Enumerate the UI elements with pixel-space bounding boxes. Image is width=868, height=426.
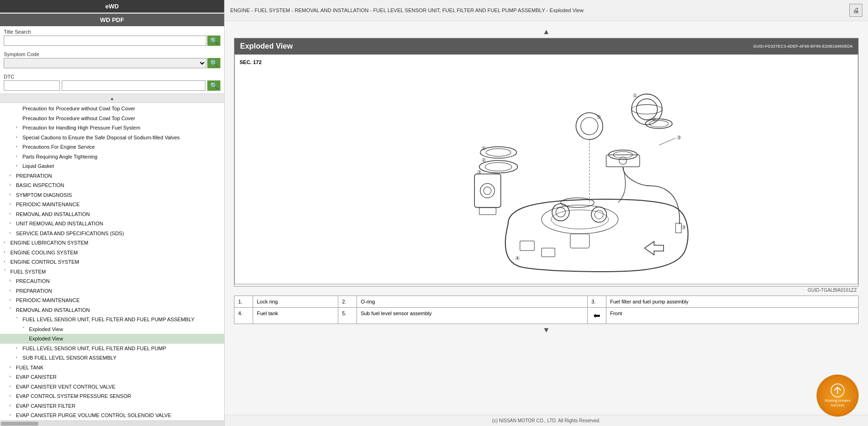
tree-item-t14[interactable]: ›SERVICE DATA AND SPECIFICATIONS (SDS): [0, 229, 224, 238]
tree-item-label: Precaution for Handling High Pressure Fu…: [22, 124, 222, 132]
tree-item-t27[interactable]: ›SUB FUEL LEVEL SENSOR ASSEMBLY: [0, 353, 224, 363]
part-num-4: 4.: [234, 308, 253, 324]
tree-arrow: ›: [9, 297, 16, 303]
collapse-bar[interactable]: ▲: [0, 94, 224, 103]
tree-item-label: Parts Requiring Angle Tightening: [22, 153, 222, 161]
svg-text:③: ③: [477, 169, 481, 175]
symptom-search-button[interactable]: 🔍: [207, 58, 220, 68]
tree-arrow: ›: [9, 230, 16, 237]
part-name-5: Sub fuel level sensor assembly: [357, 308, 587, 324]
tree-item-label: SYMPTOM DIAGNOSIS: [16, 191, 222, 199]
down-icon: ▼: [543, 326, 550, 334]
nav-down-button[interactable]: ▼: [234, 324, 859, 336]
tree-arrow: ›: [4, 239, 10, 246]
tree-arrow: ›: [16, 163, 22, 169]
tree-container: Precaution for Procedure without Cowl To…: [0, 103, 224, 420]
title-search-button[interactable]: 🔍: [207, 36, 220, 46]
dtc-search-button[interactable]: 🔍: [207, 80, 220, 91]
tree-item-label: FUEL LEVEL SENSOR UNIT, FUEL FILTER AND …: [22, 316, 222, 324]
tree-item-t11[interactable]: ›PERIODIC MAINTENANCE: [0, 200, 224, 209]
tree-item-t22[interactable]: ˅REMOVAL AND INSTALLATION: [0, 305, 224, 315]
collapse-icon: ▲: [110, 96, 115, 101]
tree-item-t24[interactable]: ˅Exploded View: [0, 325, 224, 334]
title-search-section: Title Search 🔍: [0, 26, 224, 49]
dtc-input1[interactable]: [4, 80, 60, 91]
tree-item-label: FUEL TANK: [16, 364, 222, 372]
table-row: 1. Lock ring 2. O-ring 3. Fuel filter an…: [234, 296, 859, 308]
dtc-input2[interactable]: [62, 80, 205, 91]
tree-item-label: FUEL SYSTEM: [10, 268, 222, 276]
tree-item-t2[interactable]: Precaution for Procedure without Cowl To…: [0, 114, 224, 123]
title-search-input[interactable]: [4, 36, 206, 46]
svg-text:②: ②: [652, 116, 656, 122]
tree-item-t29[interactable]: ›EVAP CANISTER: [0, 372, 224, 382]
part-num-5: 5.: [338, 308, 357, 324]
tree-item-t6[interactable]: ›Parts Requiring Angle Tightening: [0, 152, 224, 162]
tree-item-label: EVAP CANISTER VENT CONTROL VALVE: [16, 383, 222, 391]
tree-item-t4[interactable]: ›Special Cautions to Ensure the Safe Dis…: [0, 133, 224, 143]
tree-item-t8[interactable]: ›PREPARATION: [0, 171, 224, 181]
tree-item-t12[interactable]: ›REMOVAL AND INSTALLATION: [0, 209, 224, 219]
tree-item-label: Precautions For Engine Service: [22, 143, 222, 151]
dtc-label: DTC: [4, 74, 220, 79]
tree-item-label: REMOVAL AND INSTALLATION: [16, 306, 222, 314]
tree-item-t15[interactable]: ›ENGINE LUBRICATION SYSTEM: [0, 238, 224, 248]
tree-arrow: ›: [16, 134, 22, 141]
tree-item-label: SERVICE DATA AND SPECIFICATIONS (SDS): [16, 230, 222, 238]
tree-arrow: ›: [9, 364, 16, 371]
tree-item-t18[interactable]: ˅FUEL SYSTEM: [0, 267, 224, 277]
tree-item-t16[interactable]: ›ENGINE COOLING SYSTEM: [0, 248, 224, 258]
horizontal-scrollbar[interactable]: [0, 420, 224, 426]
content-area: ▲ Exploded View GUID-FD327EC3-4DEF-4F68-…: [225, 21, 868, 415]
tree-item-t23[interactable]: ˅FUEL LEVEL SENSOR UNIT, FUEL FILTER AND…: [0, 315, 224, 325]
tree-item-label: Exploded View: [29, 325, 222, 333]
ewd-button[interactable]: eWD: [0, 0, 224, 13]
tree-item-t1[interactable]: Precaution for Procedure without Cowl To…: [0, 104, 224, 114]
tree-item-t25[interactable]: Exploded View: [0, 334, 224, 344]
tree-arrow: ˅: [22, 326, 29, 332]
tree-arrow: ˅: [9, 307, 16, 313]
tree-arrow: ›: [9, 220, 16, 227]
tree-item-t3[interactable]: ›Precaution for Handling High Pressure F…: [0, 123, 224, 133]
tree-item-t17[interactable]: ›ENGINE CONTROL SYSTEM: [0, 257, 224, 267]
svg-text:②: ②: [481, 157, 486, 163]
tree-item-t32[interactable]: ›EVAP CANISTER FILTER: [0, 401, 224, 411]
tree-item-label: UNIT REMOVAL AND INSTALLATION: [16, 220, 222, 228]
tree-item-t20[interactable]: ›PREPARATION: [0, 286, 224, 296]
wd-pdf-button[interactable]: WD PDF: [0, 14, 224, 26]
tree-item-label: BASIC INSPECTION: [16, 181, 222, 189]
tree-item-t21[interactable]: ›PERIODIC MAINTENANCE: [0, 296, 224, 305]
diagram-image-area: ① ② ⑤ ②: [240, 69, 853, 279]
symptom-code-select[interactable]: [4, 58, 206, 68]
tree-item-t19[interactable]: ›PRECAUTION: [0, 276, 224, 286]
tree-item-t7[interactable]: ›Liquid Gasket: [0, 161, 224, 171]
exploded-view-svg: ① ② ⑤ ②: [240, 71, 853, 277]
tree-item-t28[interactable]: ›FUEL TANK: [0, 363, 224, 373]
tree-item-t30[interactable]: ›EVAP CANISTER VENT CONTROL VALVE: [0, 382, 224, 392]
tree-item-label: FUEL LEVEL SENSOR UNIT, FUEL FILTER AND …: [22, 345, 222, 353]
section-title: Exploded View: [240, 42, 293, 51]
tree-item-label: Special Cautions to Ensure the Safe Disp…: [22, 134, 222, 142]
tree-item-t31[interactable]: ›EVAP CONTROL SYSTEM PRESSURE SENSOR: [0, 391, 224, 401]
part-name-1: Lock ring: [253, 296, 338, 308]
tree-item-t9[interactable]: ›BASIC INSPECTION: [0, 181, 224, 190]
svg-text:①: ①: [633, 93, 637, 98]
nav-up-button[interactable]: ▲: [234, 26, 859, 38]
dtc-section: DTC 🔍: [0, 71, 224, 94]
diagram-container: SEC. 172 ① ②: [234, 54, 858, 284]
section-header: Exploded View GUID-FD327EC3-4DEF-4F68-BF…: [234, 38, 858, 54]
tree-item-label: REMOVAL AND INSTALLATION: [16, 210, 222, 218]
left-panel: eWD WD PDF Title Search 🔍 Symptom Code 🔍…: [0, 0, 225, 426]
tree-item-t13[interactable]: ›UNIT REMOVAL AND INSTALLATION: [0, 219, 224, 229]
tree-item-t33[interactable]: ›EVAP CANISTER PURGE VOLUME CONTROL SOLE…: [0, 411, 224, 420]
tree-item-t5[interactable]: ›Precautions For Engine Service: [0, 142, 224, 152]
tree-item-label: PERIODIC MAINTENANCE: [16, 201, 222, 209]
tree-item-t10[interactable]: ›SYMPTOM DIAGNOSIS: [0, 190, 224, 200]
tree-item-label: ENGINE COOLING SYSTEM: [10, 249, 222, 257]
print-button[interactable]: 🖨: [849, 4, 862, 17]
tree-arrow: ›: [16, 354, 22, 361]
tree-item-t26[interactable]: ›FUEL LEVEL SENSOR UNIT, FUEL FILTER AND…: [0, 344, 224, 354]
part-name-2: O-ring: [357, 296, 587, 308]
part-num-3: 3.: [587, 296, 606, 308]
scrollbar-thumb[interactable]: [1, 422, 38, 426]
